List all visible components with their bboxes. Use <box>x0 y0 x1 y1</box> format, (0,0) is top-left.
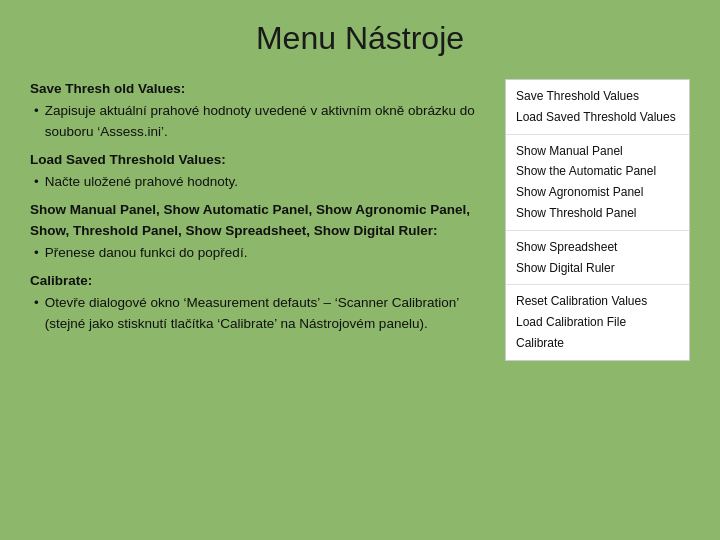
bullet-text-2: Načte uložené prahové hodnoty. <box>45 172 238 192</box>
bullet-symbol: • <box>34 172 39 192</box>
bullet-item: • Zapisuje aktuální prahové hodnoty uved… <box>30 101 485 142</box>
section-heading-4: Calibrate: <box>30 271 485 291</box>
menu-item[interactable]: Load Calibration File <box>516 312 679 333</box>
bullet-symbol: • <box>34 243 39 263</box>
bullet-symbol: • <box>34 293 39 334</box>
left-panel: Save Thresh old Values: • Zapisuje aktuá… <box>30 79 485 336</box>
menu-group-1: Save Threshold Values Load Saved Thresho… <box>506 80 689 135</box>
menu-item[interactable]: Show Digital Ruler <box>516 258 679 279</box>
bullet-item: • Otevře dialogové okno ‘Measurement def… <box>30 293 485 334</box>
menu-item[interactable]: Show Spreadsheet <box>516 237 679 258</box>
right-panel: Save Threshold Values Load Saved Thresho… <box>505 79 690 361</box>
menu-group-2: Show Manual Panel Show the Automatic Pan… <box>506 135 689 231</box>
bullet-symbol: • <box>34 101 39 142</box>
page-title: Menu Nástroje <box>30 20 690 57</box>
page: Menu Nástroje Save Thresh old Values: • … <box>0 0 720 540</box>
menu-item[interactable]: Show Agronomist Panel <box>516 182 679 203</box>
section-heading-1: Save Thresh old Values: <box>30 79 485 99</box>
menu-item[interactable]: Save Threshold Values <box>516 86 679 107</box>
menu-item[interactable]: Reset Calibration Values <box>516 291 679 312</box>
menu-item[interactable]: Show Threshold Panel <box>516 203 679 224</box>
menu-item[interactable]: Load Saved Threshold Values <box>516 107 679 128</box>
bullet-text-1: Zapisuje aktuální prahové hodnoty uveden… <box>45 101 485 142</box>
bullet-text-4: Otevře dialogové okno ‘Measurement defau… <box>45 293 485 334</box>
menu-group-4: Reset Calibration Values Load Calibratio… <box>506 285 689 359</box>
section-heading-2: Load Saved Threshold Values: <box>30 150 485 170</box>
menu-item[interactable]: Show Manual Panel <box>516 141 679 162</box>
menu-group-3: Show Spreadsheet Show Digital Ruler <box>506 231 689 286</box>
section-heading-3: Show Manual Panel, Show Automatic Panel,… <box>30 200 485 241</box>
menu-item[interactable]: Calibrate <box>516 333 679 354</box>
bullet-item: • Přenese danou funkci do popředí. <box>30 243 485 263</box>
content-area: Save Thresh old Values: • Zapisuje aktuá… <box>30 79 690 361</box>
menu-item[interactable]: Show the Automatic Panel <box>516 161 679 182</box>
bullet-text-3: Přenese danou funkci do popředí. <box>45 243 248 263</box>
bullet-item: • Načte uložené prahové hodnoty. <box>30 172 485 192</box>
